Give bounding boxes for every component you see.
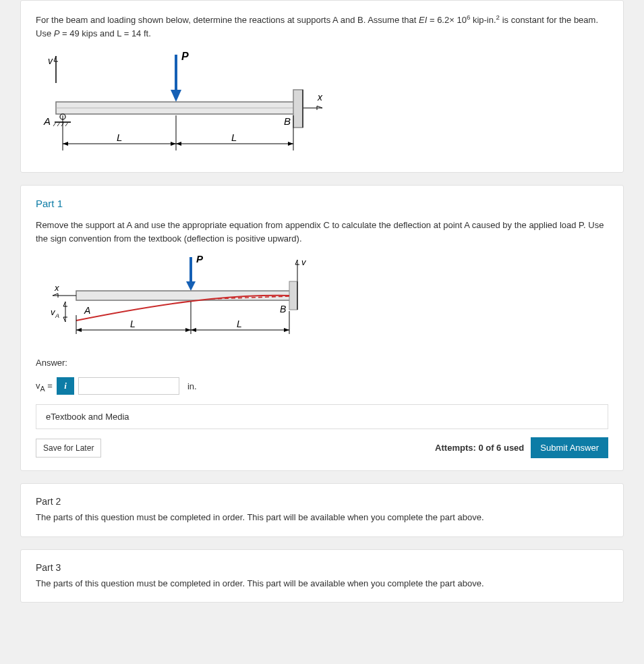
question-text: For the beam and loading shown below, de… <box>36 13 608 40</box>
answer-label: Answer: <box>36 358 608 368</box>
part2-card: Part 2 The parts of this question must b… <box>20 483 624 537</box>
part1-instruction: Remove the support at A and use the appr… <box>36 219 608 245</box>
part1-card: Part 1 Remove the support at A and use t… <box>20 185 624 471</box>
svg-text:B: B <box>280 304 286 314</box>
svg-marker-27 <box>186 281 196 291</box>
part1-title: Part 1 <box>36 198 608 209</box>
field-label: vA = <box>36 381 53 393</box>
svg-text:L: L <box>117 132 122 143</box>
svg-rect-9 <box>293 90 303 128</box>
svg-text:v: v <box>48 55 53 66</box>
beam-diagram-original: v P x A B <box>36 49 326 157</box>
svg-text:x: x <box>54 283 59 293</box>
beam-diagram-deflection: P v x v A A B <box>36 254 319 345</box>
part3-title: Part 3 <box>36 562 608 573</box>
svg-text:A: A <box>55 312 59 319</box>
svg-text:B: B <box>284 115 291 127</box>
part3-card: Part 3 The parts of this question must b… <box>20 549 624 603</box>
etextbook-button[interactable]: eTextbook and Media <box>36 404 608 429</box>
part3-locked-message: The parts of this question must be compl… <box>36 577 608 590</box>
svg-text:v: v <box>301 257 307 267</box>
svg-text:A: A <box>84 305 90 316</box>
svg-marker-3 <box>171 90 181 102</box>
va-input[interactable] <box>78 377 179 395</box>
save-for-later-button[interactable]: Save for Later <box>36 439 101 458</box>
unit-label: in. <box>187 381 197 391</box>
submit-answer-button[interactable]: Submit Answer <box>531 437 608 458</box>
part2-locked-message: The parts of this question must be compl… <box>36 511 608 524</box>
svg-text:L: L <box>231 132 237 143</box>
attempts-text: Attempts: 0 of 6 used <box>435 443 524 453</box>
question-card: For the beam and loading shown below, de… <box>20 0 624 173</box>
info-icon[interactable]: i <box>57 377 74 395</box>
svg-text:L: L <box>237 319 242 329</box>
action-row: Save for Later Attempts: 0 of 6 used Sub… <box>36 437 608 458</box>
svg-rect-32 <box>289 281 297 310</box>
svg-text:L: L <box>130 319 136 329</box>
part2-title: Part 2 <box>36 496 608 507</box>
svg-text:x: x <box>317 92 323 103</box>
svg-text:P: P <box>181 51 189 62</box>
svg-text:P: P <box>196 254 204 265</box>
svg-text:A: A <box>43 115 51 127</box>
answer-row: vA = i in. <box>36 377 608 395</box>
